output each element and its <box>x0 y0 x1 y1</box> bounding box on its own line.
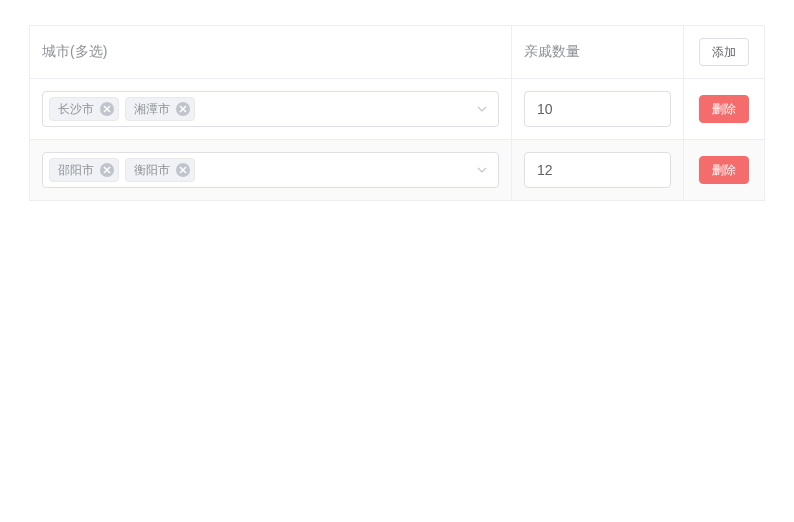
delete-button[interactable]: 删除 <box>699 95 749 123</box>
tag-label: 长沙市 <box>58 101 94 118</box>
cell-action: 删除 <box>684 79 764 139</box>
chevron-down-icon <box>476 164 488 176</box>
table-header-row: 城市(多选) 亲戚数量 添加 <box>30 26 764 79</box>
header-count: 亲戚数量 <box>512 26 684 78</box>
chevron-down-icon <box>476 103 488 115</box>
cell-city: 长沙市 湘潭市 <box>30 79 512 139</box>
count-input[interactable] <box>524 91 671 127</box>
delete-button[interactable]: 删除 <box>699 156 749 184</box>
tag-close-icon[interactable] <box>176 102 190 116</box>
header-count-label: 亲戚数量 <box>524 43 580 61</box>
tag-close-icon[interactable] <box>176 163 190 177</box>
cell-count <box>512 140 684 200</box>
header-city-label: 城市(多选) <box>42 43 107 61</box>
tag: 邵阳市 <box>49 158 119 182</box>
table-row: 长沙市 湘潭市 删除 <box>30 79 764 140</box>
tag-close-icon[interactable] <box>100 102 114 116</box>
table-row: 邵阳市 衡阳市 删除 <box>30 140 764 200</box>
tag-label: 邵阳市 <box>58 162 94 179</box>
cell-count <box>512 79 684 139</box>
cell-action: 删除 <box>684 140 764 200</box>
tag-label: 湘潭市 <box>134 101 170 118</box>
header-action: 添加 <box>684 26 764 78</box>
header-city: 城市(多选) <box>30 26 512 78</box>
tag: 湘潭市 <box>125 97 195 121</box>
tag: 长沙市 <box>49 97 119 121</box>
count-input[interactable] <box>524 152 671 188</box>
data-table: 城市(多选) 亲戚数量 添加 长沙市 湘潭市 <box>29 25 765 201</box>
city-multiselect[interactable]: 邵阳市 衡阳市 <box>42 152 499 188</box>
city-multiselect[interactable]: 长沙市 湘潭市 <box>42 91 499 127</box>
tag-label: 衡阳市 <box>134 162 170 179</box>
add-button[interactable]: 添加 <box>699 38 749 66</box>
cell-city: 邵阳市 衡阳市 <box>30 140 512 200</box>
tag: 衡阳市 <box>125 158 195 182</box>
tag-close-icon[interactable] <box>100 163 114 177</box>
